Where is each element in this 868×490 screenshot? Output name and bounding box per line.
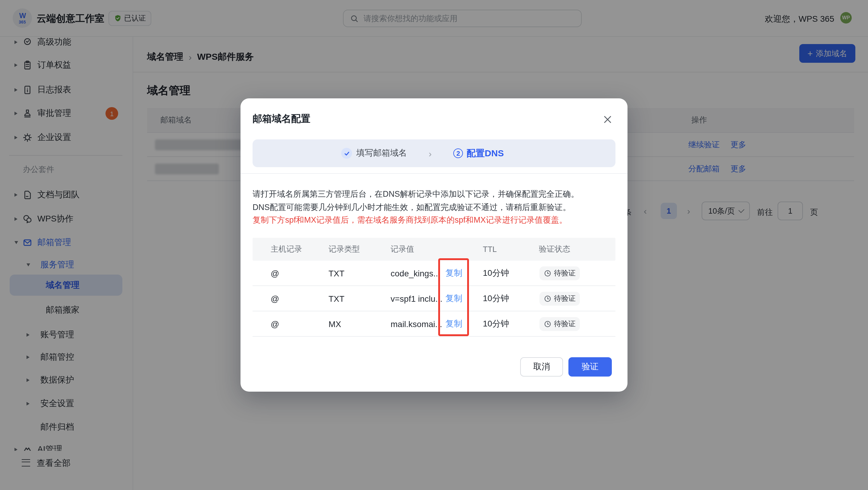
email-domain-config-dialog: 邮箱域名配置 填写邮箱域名 › 2 配置DNS 请打开域名所属 <box>241 98 627 392</box>
status-badge-pending: 待验证 <box>539 317 580 331</box>
step-separator-icon: › <box>429 148 432 158</box>
copy-link[interactable]: 复制 <box>445 293 462 304</box>
step1-label: 填写邮箱域名 <box>356 148 407 159</box>
dns-table-header: 主机记录 记录类型 记录值 TTL 验证状态 <box>253 238 615 261</box>
dns-records-table: 主机记录 记录类型 记录值 TTL 验证状态 @ TXT code_kings.… <box>253 238 615 337</box>
record-type: TXT <box>329 268 344 278</box>
wps365-admin-console: W 365 云端创意工作室 已认证 请搜索你想找的功能或应用 欢迎您，WPS 3… <box>0 0 868 490</box>
header-type: 记录类型 <box>329 244 360 255</box>
host-record: @ <box>271 319 279 328</box>
record-value: code_kings... <box>391 268 440 278</box>
dns-instructions: 请打开域名所属第三方管理后台，在DNS解析记录中添加以下记录，并确保配置完全正确… <box>253 188 579 227</box>
header-host: 主机记录 <box>271 244 302 255</box>
header-ttl: TTL <box>483 245 497 254</box>
copy-link[interactable]: 复制 <box>445 318 462 329</box>
clock-icon <box>544 269 552 277</box>
record-value: mail.ksomai... <box>391 319 442 328</box>
step2-label: 配置DNS <box>467 148 504 159</box>
clock-icon <box>544 294 552 302</box>
ttl-value: 10分钟 <box>483 268 509 279</box>
dns-record-row: @ MX mail.ksomai... 复制 10分钟 待验证 <box>253 311 615 337</box>
host-record: @ <box>271 294 279 303</box>
header-value: 记录值 <box>391 244 414 255</box>
instruction-warning-red: 复制下方spf和MX记录值后，需在域名服务商找到原本的spf和MX记录进行记录值… <box>253 213 579 227</box>
clock-icon <box>544 320 552 328</box>
ttl-value: 10分钟 <box>483 318 509 329</box>
stepper-divider <box>241 173 627 174</box>
wizard-stepper: 填写邮箱域名 › 2 配置DNS <box>253 139 615 167</box>
verify-button[interactable]: 验证 <box>568 357 612 377</box>
record-value: v=spf1 inclu... <box>391 294 442 303</box>
status-badge-pending: 待验证 <box>539 291 580 305</box>
ttl-value: 10分钟 <box>483 293 509 304</box>
copy-link[interactable]: 复制 <box>445 268 462 279</box>
header-status: 验证状态 <box>539 244 570 255</box>
cancel-button[interactable]: 取消 <box>520 357 563 377</box>
host-record: @ <box>271 268 279 278</box>
status-badge-pending: 待验证 <box>539 266 580 280</box>
close-icon[interactable] <box>603 114 614 125</box>
instruction-line1: 请打开域名所属第三方管理后台，在DNS解析记录中添加以下记录，并确保配置完全正确… <box>253 188 579 201</box>
instruction-line2: DNS配置可能需要几分钟到几小时才能生效，如配置完成验证不通过，请稍后重新验证。 <box>253 201 579 213</box>
dialog-title: 邮箱域名配置 <box>253 113 310 125</box>
record-type: TXT <box>329 294 344 303</box>
step1-check-icon <box>341 148 352 159</box>
dns-record-row: @ TXT v=spf1 inclu... 复制 10分钟 待验证 <box>253 286 615 311</box>
step2-number-icon: 2 <box>453 148 463 158</box>
dns-record-row: @ TXT code_kings... 复制 10分钟 待验证 <box>253 261 615 286</box>
record-type: MX <box>329 319 341 328</box>
